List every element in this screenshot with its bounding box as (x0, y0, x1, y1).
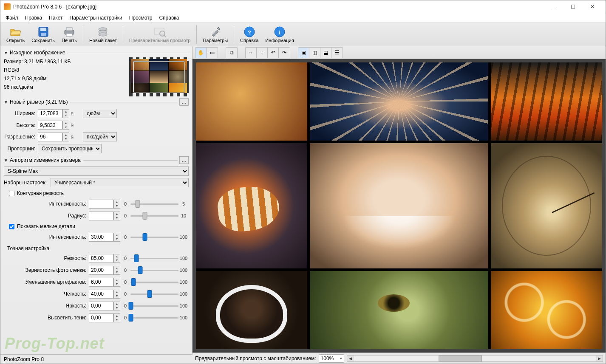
menu-file[interactable]: Файл (2, 14, 22, 22)
source-thumbnail[interactable] (129, 57, 189, 96)
fine-intensity-spinner[interactable]: ▲▼ (113, 233, 120, 242)
grain-label: Зернистость фотопленки: (4, 267, 89, 273)
new-batch-button[interactable]: Новый пакет (86, 23, 120, 45)
help-button[interactable]: ? Справка (237, 23, 262, 45)
ratio-label: Пропорции: (4, 146, 38, 152)
width-spinner[interactable]: ▲▼ (62, 109, 69, 118)
fine-intensity-slider[interactable]: 0100 (120, 232, 189, 242)
menu-edit[interactable]: Правка (22, 14, 46, 22)
menu-view[interactable]: Просмотр (126, 14, 156, 22)
preview-h-scrollbar[interactable]: ◀ ▶ (347, 355, 603, 362)
grain-input[interactable] (89, 266, 113, 275)
main-toolbar: Открыть Сохранить Печать Новый пакет Пре… (0, 23, 606, 46)
hand-tool-button[interactable]: ✋ (195, 48, 207, 58)
artifact-slider[interactable]: 0100 (120, 277, 189, 287)
intensity-slider[interactable]: 05 (120, 199, 189, 209)
folder-open-icon (10, 26, 22, 38)
radius-slider[interactable]: 010 (120, 211, 189, 220)
minimize-button[interactable]: ─ (544, 0, 563, 13)
artifact-input[interactable] (89, 278, 113, 287)
marquee-tool-button[interactable]: ▭ (207, 48, 218, 58)
intensity-spinner[interactable]: ▲▼ (113, 200, 120, 209)
crisp-label: Четкость: (4, 291, 89, 297)
ratio-select[interactable]: Сохранить пропорции (38, 144, 102, 153)
link-res-icon[interactable]: ⎘ (69, 133, 75, 141)
crisp-input[interactable] (89, 290, 113, 299)
link-height-icon[interactable]: ⎘ (69, 121, 75, 130)
brightness-input[interactable] (89, 302, 113, 310)
view-split-h-button[interactable]: ◫ (309, 48, 320, 58)
redo-icon: ↷ (282, 50, 286, 56)
radius-spinner[interactable]: ▲▼ (113, 212, 120, 220)
sharpness-input[interactable] (89, 254, 113, 263)
save-button[interactable]: Сохранить (28, 23, 58, 45)
height-input[interactable] (38, 121, 62, 130)
print-button[interactable]: Печать (58, 23, 80, 45)
crisp-slider[interactable]: 0100 (120, 289, 189, 299)
undo-icon: ↶ (271, 50, 275, 56)
brightness-slider[interactable]: 0100 (120, 301, 189, 310)
svg-point-8 (99, 33, 107, 36)
undo-button[interactable]: ↶ (268, 48, 279, 58)
new-size-header[interactable]: ▼ Новый размер (3,21 МБ) … (4, 98, 189, 106)
redo-button[interactable]: ↷ (279, 48, 290, 58)
fit-width-button[interactable]: ↔ (246, 48, 257, 58)
info-button[interactable]: i Информация (262, 23, 297, 45)
fit-width-icon: ↔ (249, 50, 254, 56)
preview-button[interactable]: Предварительный просмотр (126, 23, 194, 45)
preset-select[interactable]: Универсальный * (51, 178, 189, 187)
preview-pane: ✋ ▭ ⧉ ↔ ↕ ↶ ↷ ▣ ◫ ⬓ ☰ (193, 46, 606, 364)
resize-more-button[interactable]: … (179, 156, 189, 164)
unsharp-mask-checkbox[interactable]: Контурная резкость (9, 190, 189, 196)
menu-help[interactable]: Справка (156, 14, 182, 22)
scroll-left-icon[interactable]: ◀ (347, 356, 354, 361)
fit-height-button[interactable]: ↕ (257, 48, 268, 58)
image-tile (310, 143, 488, 268)
close-button[interactable]: ✕ (583, 0, 602, 13)
svg-rect-2 (41, 33, 46, 36)
resolution-unit-select[interactable]: пкс/дюйм (83, 132, 117, 141)
resolution-input[interactable] (38, 133, 62, 141)
view-single-button[interactable]: ▣ (298, 48, 309, 58)
view-split-v-button[interactable]: ⬓ (320, 48, 331, 58)
zoom-select[interactable]: 100%▾ (319, 354, 344, 363)
new-size-more-button[interactable]: … (179, 98, 189, 106)
intensity-input[interactable] (89, 200, 113, 209)
unit-select[interactable]: дюйм (83, 109, 117, 118)
radius-label: Радиус: (4, 213, 89, 219)
preview-canvas[interactable] (193, 59, 606, 353)
presets-label: Наборы настроек: (4, 180, 51, 186)
scroll-right-icon[interactable]: ▶ (596, 356, 603, 361)
width-input[interactable] (38, 109, 62, 118)
resolution-spinner[interactable]: ▲▼ (62, 133, 69, 141)
source-image-header[interactable]: ▼ Исходное изображение (4, 50, 189, 56)
menubar: Файл Правка Пакет Параметры настройки Пр… (0, 13, 606, 23)
fine-intensity-input[interactable] (89, 233, 113, 242)
open-button[interactable]: Открыть (3, 23, 28, 45)
source-dpi: 96 пкс/дюйм (4, 83, 127, 91)
image-tile (196, 62, 307, 141)
parameters-button[interactable]: Параметры (199, 23, 231, 45)
radius-input[interactable] (89, 212, 113, 220)
sharpness-slider[interactable]: 0100 (120, 254, 189, 263)
maximize-button[interactable]: ☐ (563, 0, 583, 13)
view-list-button[interactable]: ☰ (331, 48, 343, 58)
collapse-icon: ▼ (4, 158, 8, 163)
grain-slider[interactable]: 0100 (120, 265, 189, 275)
source-mode: RGB/8 (4, 66, 127, 74)
shadow-slider[interactable]: 0100 (120, 313, 189, 322)
height-spinner[interactable]: ▲▼ (62, 121, 69, 130)
fine-details-checkbox[interactable]: Показать мелкие детали (9, 223, 189, 229)
resolution-label: Разрешение: (4, 134, 38, 140)
resize-method-header[interactable]: ▼ Алгоритм изменения размера … (4, 156, 189, 164)
image-tile (310, 271, 488, 349)
finetune-header: Точная настройка (7, 245, 189, 251)
menu-batch[interactable]: Пакет (45, 14, 66, 22)
resize-method-select[interactable]: S-Spline Max (4, 166, 189, 176)
svg-rect-5 (66, 34, 72, 37)
collapse-icon: ▼ (4, 100, 8, 104)
menu-settings[interactable]: Параметры настройки (66, 14, 126, 22)
link-width-icon[interactable]: ⎘ (69, 109, 75, 118)
crop-button[interactable]: ⧉ (226, 48, 237, 58)
shadow-input[interactable] (89, 313, 113, 322)
